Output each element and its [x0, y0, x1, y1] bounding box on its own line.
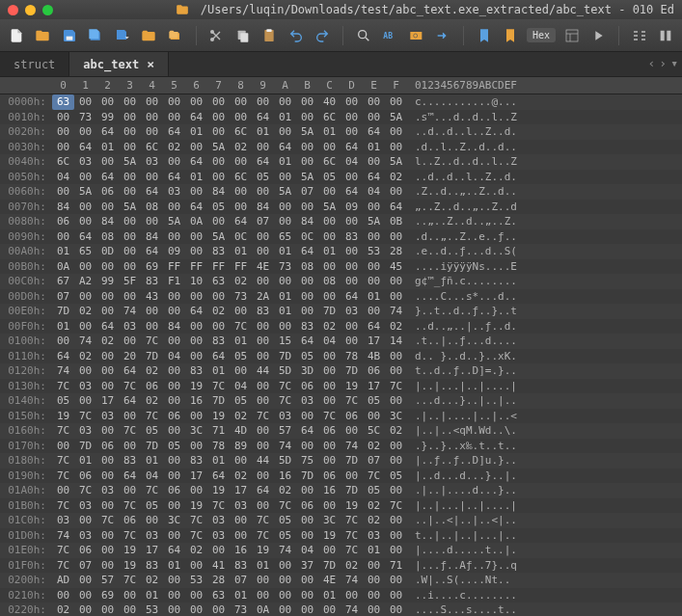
byte-cell[interactable]: 03: [96, 409, 119, 424]
byte-cell[interactable]: 00: [296, 94, 318, 110]
byte-cell[interactable]: 4E: [318, 573, 341, 588]
byte-cell[interactable]: 7C: [230, 319, 252, 335]
byte-cell[interactable]: 43: [141, 289, 163, 305]
byte-cell[interactable]: 00: [252, 319, 274, 335]
byte-cell[interactable]: 83: [296, 319, 318, 335]
byte-cell[interactable]: 03: [74, 498, 96, 514]
byte-cell[interactable]: 57: [96, 573, 119, 588]
byte-cell[interactable]: 00: [252, 244, 274, 259]
byte-cell[interactable]: 00: [96, 259, 119, 275]
byte-cell[interactable]: 02: [141, 573, 163, 588]
byte-cell[interactable]: 00: [96, 603, 119, 616]
hex-row[interactable]: 0040h:6C03005A03006400006401006C04005Al.…: [0, 154, 682, 170]
byte-cell[interactable]: 01: [141, 453, 163, 469]
byte-cell[interactable]: 01: [318, 244, 341, 259]
hex-row[interactable]: 00C0h:67A2995F83F110630200000008000000g¢…: [0, 274, 682, 289]
byte-cell[interactable]: 00: [274, 200, 296, 215]
byte-cell[interactable]: 5A: [163, 214, 185, 229]
byte-cell[interactable]: 02: [230, 469, 252, 484]
byte-cell[interactable]: 00: [274, 94, 296, 110]
byte-cell[interactable]: 6C: [52, 154, 74, 170]
byte-cell[interactable]: 02: [163, 140, 185, 155]
byte-cell[interactable]: 7C: [52, 498, 74, 514]
byte-cell[interactable]: 7D: [341, 483, 363, 498]
byte-cell[interactable]: 84: [141, 229, 163, 245]
byte-cell[interactable]: 0A: [252, 603, 274, 616]
byte-cell[interactable]: 73: [230, 289, 252, 305]
byte-cell[interactable]: 01: [230, 588, 252, 603]
ascii-cell[interactable]: .Z..d..„..Z..d..: [407, 184, 517, 200]
byte-cell[interactable]: 07: [363, 453, 385, 469]
byte-cell[interactable]: 00: [385, 229, 407, 245]
hex-row[interactable]: 0220h:0200000053000000730A000000740000..…: [0, 603, 682, 616]
byte-cell[interactable]: 19: [341, 379, 363, 394]
redo-button[interactable]: [313, 24, 334, 47]
byte-cell[interactable]: 19: [207, 483, 230, 498]
byte-cell[interactable]: 00: [252, 498, 274, 514]
ascii-cell[interactable]: ....S...s....t..: [407, 603, 517, 616]
byte-cell[interactable]: 63: [207, 274, 230, 289]
hex-row[interactable]: 0090h:006408008400005A0C00650C00830000.d…: [0, 229, 682, 245]
byte-cell[interactable]: 08: [96, 229, 119, 245]
byte-cell[interactable]: 64: [252, 483, 274, 498]
byte-cell[interactable]: 14: [385, 334, 407, 349]
byte-cell[interactable]: 74: [341, 439, 363, 454]
byte-cell[interactable]: 02: [385, 423, 407, 439]
byte-cell[interactable]: 06: [163, 483, 185, 498]
byte-cell[interactable]: 64: [96, 319, 119, 335]
byte-cell[interactable]: 03: [296, 393, 318, 409]
byte-cell[interactable]: 00: [119, 259, 141, 275]
byte-cell[interactable]: 00: [163, 304, 185, 319]
hex-row[interactable]: 0140h:050017640200167D05007C03007C0500..…: [0, 393, 682, 409]
byte-cell[interactable]: 00: [363, 304, 385, 319]
byte-cell[interactable]: 16: [318, 483, 341, 498]
byte-cell[interactable]: 44: [252, 363, 274, 379]
byte-cell[interactable]: 00: [296, 110, 318, 125]
byte-cell[interactable]: 00: [52, 124, 74, 140]
hex-row[interactable]: 01C0h:03007C06003C7C03007C05003C7C0200..…: [0, 513, 682, 528]
byte-cell[interactable]: 00: [74, 94, 96, 110]
byte-cell[interactable]: 05: [52, 393, 74, 409]
ascii-cell[interactable]: .d..l..Z..d..d..: [407, 140, 517, 155]
byte-cell[interactable]: 3D: [296, 363, 318, 379]
hex-row[interactable]: 0180h:7C0100830100830100445D75007D0700|.…: [0, 453, 682, 469]
byte-cell[interactable]: 64: [119, 393, 141, 409]
byte-cell[interactable]: 3C: [163, 513, 185, 528]
byte-cell[interactable]: 7D: [207, 393, 230, 409]
byte-cell[interactable]: 00: [252, 393, 274, 409]
byte-cell[interactable]: 78: [207, 439, 230, 454]
byte-cell[interactable]: 7C: [119, 573, 141, 588]
byte-cell[interactable]: 16: [230, 543, 252, 558]
byte-cell[interactable]: 01: [274, 244, 296, 259]
byte-cell[interactable]: 00: [207, 94, 230, 110]
hex-row[interactable]: 01F0h:7C07001983010041830100377D020071|.…: [0, 558, 682, 574]
byte-cell[interactable]: 7D: [318, 558, 341, 574]
hex-row[interactable]: 0200h:AD00577C02005328070000004E740000­.…: [0, 573, 682, 588]
byte-cell[interactable]: 00: [252, 94, 274, 110]
byte-cell[interactable]: 7C: [363, 469, 385, 484]
byte-cell[interactable]: 05: [141, 423, 163, 439]
ascii-cell[interactable]: ..d..d..l..Z..d.: [407, 124, 517, 140]
byte-cell[interactable]: 00: [385, 453, 407, 469]
byte-cell[interactable]: 07: [252, 214, 274, 229]
byte-cell[interactable]: 00: [318, 229, 341, 245]
byte-cell[interactable]: 01: [52, 244, 74, 259]
hex-row[interactable]: 00D0h:0700000043000000732A010000640100..…: [0, 289, 682, 305]
byte-cell[interactable]: 01: [163, 558, 185, 574]
byte-cell[interactable]: 00: [74, 259, 96, 275]
byte-cell[interactable]: 08: [296, 259, 318, 275]
byte-cell[interactable]: 5D: [274, 363, 296, 379]
byte-cell[interactable]: 00: [74, 124, 96, 140]
byte-cell[interactable]: 02: [363, 439, 385, 454]
byte-cell[interactable]: 00: [318, 603, 341, 616]
byte-cell[interactable]: 00: [207, 214, 230, 229]
new-file-button[interactable]: [6, 24, 27, 47]
byte-cell[interactable]: 00: [119, 483, 141, 498]
save-as-button[interactable]: [112, 24, 133, 47]
tab-prev-button[interactable]: ‹: [648, 56, 656, 70]
byte-cell[interactable]: 00: [252, 229, 274, 245]
byte-cell[interactable]: 00: [141, 319, 163, 335]
byte-cell[interactable]: 64: [363, 319, 385, 335]
hex-row[interactable]: 0000h:63000000000000000000000040000000c.…: [0, 94, 682, 110]
ascii-cell[interactable]: ....iÿÿÿÿNs....E: [407, 259, 517, 275]
